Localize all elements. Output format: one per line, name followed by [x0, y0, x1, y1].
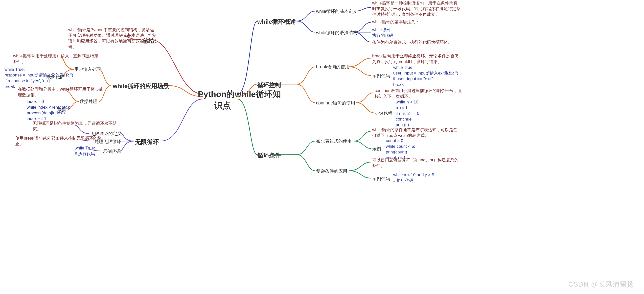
ctrl-cont-title[interactable]: continue语句的使用 — [316, 100, 355, 106]
ov-def-title[interactable]: while循环的基本定义 — [316, 9, 357, 14]
cond-bool-code-label[interactable]: 示例 — [372, 146, 381, 152]
ov-syn-title[interactable]: while循环的语法结构 — [316, 30, 357, 36]
inf-code: while True: # 执行代码 — [75, 146, 95, 157]
ov-syn-note: 条件为布尔表达式，执行的代码为循环体。 — [372, 40, 452, 45]
ctrl-cont-code-label[interactable]: 示例代码 — [375, 110, 392, 116]
app-input-code: while True: response = input("请输入您的选择: "… — [4, 67, 73, 90]
ctrl-cont-code: while n < 10: n += 1 if n % 2 == 0: cont… — [396, 100, 420, 128]
mindmap-stage: Python的while循环知 识点 总结 while循环是Python中重要的… — [0, 0, 644, 294]
cond-complex-text: 可以使用逻辑运算符（如and、or）构建复杂的 条件。 — [372, 157, 458, 169]
branch-condition[interactable]: 循环条件 — [257, 151, 281, 159]
cond-complex-code-label[interactable]: 示例代码 — [372, 176, 390, 182]
ctrl-break-code: while True: user_input = input("输入exit退出… — [393, 65, 458, 88]
branch-overview[interactable]: while循环概述 — [257, 18, 296, 26]
summary-text: while循环是Python中重要的控制结构，灵活运 用可实现多种功能。通过理解… — [68, 27, 156, 50]
ov-def-text: while循环是一种控制流语句，用于在条件为真 时重复执行一段代码。它允许程序在… — [372, 1, 460, 18]
ctrl-break-code-label[interactable]: 示例代码 — [372, 73, 390, 79]
root-node[interactable]: Python的while循环知 识点 — [198, 89, 247, 111]
inf-code-label[interactable]: 示例代码 — [103, 148, 121, 154]
cond-complex-title[interactable]: 复杂条件的应用 — [316, 168, 347, 174]
branch-infinite[interactable]: 无限循环 — [135, 138, 159, 146]
inf-handle-text: 使用break语句或外部条件来控制无限循环的终 止。 — [15, 136, 102, 147]
ctrl-cont-text: continue语句用于跳过当前循环的剩余部分，直 接进入下一次循环。 — [375, 88, 462, 100]
cond-bool-title[interactable]: 布尔表达式的使用 — [316, 138, 352, 144]
ov-syn-code: while 条件: 执行的代码 — [372, 27, 393, 39]
branch-control[interactable]: 循环控制 — [257, 81, 281, 89]
cond-complex-code: while x < 10 and y > 5: # 执行代码 — [393, 172, 435, 184]
cond-bool-text: while循环的条件通常是布尔表达式，可以是任 何返回True或False的表达… — [372, 127, 458, 139]
app-input-title[interactable]: 用户输入处理 — [74, 66, 101, 72]
ctrl-break-title[interactable]: break语句的使用 — [316, 64, 350, 70]
watermark: CSDN @长风清留扬 — [568, 280, 634, 289]
inf-def-text: 无限循环是指条件始终为真，导致循环永不结 束。 — [33, 121, 117, 132]
branch-app[interactable]: while循环的应用场景 — [113, 82, 169, 90]
app-input-text: while循环常用于处理用户输入，直到满足特定 条件。 — [13, 54, 98, 65]
app-data-code: index = 0 while index < len(data): proce… — [27, 99, 70, 122]
ov-syn-text: while循环的基本语法为： — [372, 19, 420, 25]
app-data-text: 在数据处理和分析中，while循环可用于逐步处 理数据集。 — [18, 87, 103, 98]
app-data-title[interactable]: 数据处理 — [80, 99, 98, 104]
ctrl-break-text: break语句用于立即终止循环。无论条件是否仍 为真，执行到break时，循环将… — [372, 54, 458, 65]
